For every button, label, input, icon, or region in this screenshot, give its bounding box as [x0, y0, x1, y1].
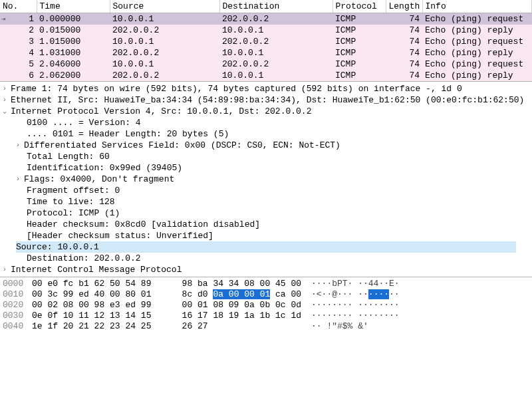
- hex-line[interactable]: 000000 e0 fc b1 62 50 54 89 98 ba 34 34 …: [3, 279, 529, 289]
- hex-ascii: ·· !"#$% &': [311, 321, 368, 332]
- chevron-right-icon: ›: [16, 140, 24, 151]
- hex-bytes: 16 17 18 19 1a 1b 1c 1d: [172, 311, 311, 321]
- ip-summary: Internet Protocol Version 4, Src: 10.0.0…: [11, 106, 311, 116]
- hex-bytes: 00 02 08 00 98 e3 ed 99: [32, 300, 172, 311]
- hex-bytes: 0e 0f 10 11 12 13 14 15: [32, 311, 172, 321]
- header-row: No. Time Source Destination Protocol Len…: [0, 0, 532, 13]
- hex-bytes: 00 01 08 09 0a 0b 0c 0d: [172, 300, 311, 311]
- hex-offset: 0030: [3, 311, 32, 321]
- ip-header-length[interactable]: .... 0101 = Header Length: 20 bytes (5): [0, 128, 532, 140]
- table-row[interactable]: 41.031000202.0.0.210.0.0.1ICMP74Echo (pi…: [0, 47, 532, 59]
- chevron-right-icon: ›: [3, 264, 11, 275]
- hex-offset: 0020: [3, 300, 32, 311]
- table-row[interactable]: 62.062000202.0.0.210.0.0.1ICMP74Echo (pi…: [0, 70, 532, 81]
- hex-line[interactable]: 002000 02 08 00 98 e3 ed 99 00 01 08 09 …: [3, 300, 529, 311]
- hex-ascii: ········ ········: [311, 311, 400, 321]
- hex-bytes: 00 3c 99 ed 40 00 80 01: [32, 289, 172, 300]
- table-row[interactable]: 52.04600010.0.0.1202.0.0.2ICMP74Echo (pi…: [0, 59, 532, 70]
- ip-identification[interactable]: Identification: 0x99ed (39405): [0, 162, 532, 174]
- col-no[interactable]: No.: [0, 0, 37, 13]
- hex-offset: 0010: [3, 289, 32, 300]
- col-protocol[interactable]: Protocol: [332, 0, 386, 13]
- packet-table[interactable]: No. Time Source Destination Protocol Len…: [0, 0, 532, 81]
- ip-dsf[interactable]: ›Differentiated Services Field: 0x00 (DS…: [0, 140, 532, 151]
- col-info[interactable]: Info: [422, 0, 532, 13]
- hex-bytes: 8c d0 0a 00 00 01 ca 00: [172, 289, 311, 300]
- chevron-right-icon: ›: [3, 83, 11, 94]
- ip-protocol[interactable]: Protocol: ICMP (1): [0, 207, 532, 219]
- tree-ipv4[interactable]: ⌄Internet Protocol Version 4, Src: 10.0.…: [0, 106, 532, 117]
- chevron-down-icon: ⌄: [3, 106, 11, 117]
- ip-flags[interactable]: ›Flags: 0x4000, Don't fragment: [0, 174, 532, 185]
- packet-list-pane: No. Time Source Destination Protocol Len…: [0, 0, 532, 82]
- ip-checksum-status[interactable]: [Header checksum status: Unverified]: [0, 230, 532, 241]
- table-row[interactable]: 31.01500010.0.0.1202.0.0.2ICMP74Echo (pi…: [0, 36, 532, 47]
- eth-summary: Ethernet II, Src: HuaweiTe_ba:34:34 (54:…: [11, 95, 524, 105]
- hex-ascii: ····bPT· ··44··E·: [311, 279, 400, 289]
- table-row[interactable]: 20.015000202.0.0.210.0.0.1ICMP74Echo (pi…: [0, 25, 532, 36]
- hex-bytes: 1e 1f 20 21 22 23 24 25: [32, 321, 172, 332]
- ip-version[interactable]: 0100 .... = Version: 4: [0, 117, 532, 128]
- table-row[interactable]: ⇥10.00000010.0.0.1202.0.0.2ICMP74Echo (p…: [0, 13, 532, 25]
- col-destination[interactable]: Destination: [219, 0, 332, 13]
- ip-ttl[interactable]: Time to live: 128: [0, 196, 532, 207]
- col-time[interactable]: Time: [37, 0, 110, 13]
- tree-icmp[interactable]: ›Internet Control Message Protocol: [0, 264, 532, 275]
- hex-offset: 0000: [3, 279, 32, 289]
- hex-ascii: ········ ········: [311, 300, 400, 311]
- hex-line[interactable]: 001000 3c 99 ed 40 00 80 01 8c d0 0a 00 …: [3, 289, 529, 300]
- packet-details-pane[interactable]: ›Frame 1: 74 bytes on wire (592 bits), 7…: [0, 82, 532, 277]
- col-source[interactable]: Source: [110, 0, 219, 13]
- chevron-right-icon: ›: [16, 174, 24, 185]
- chevron-right-icon: ›: [3, 94, 11, 106]
- hex-bytes: 98 ba 34 34 08 00 45 00: [172, 279, 311, 289]
- hex-ascii: ·<··@··· ········: [311, 289, 400, 300]
- hex-bytes: 00 e0 fc b1 62 50 54 89: [32, 279, 172, 289]
- tree-ethernet[interactable]: ›Ethernet II, Src: HuaweiTe_ba:34:34 (54…: [0, 94, 532, 106]
- current-frame-icon: ⇥: [1, 15, 6, 23]
- hex-line[interactable]: 00401e 1f 20 21 22 23 24 25 26 27·· !"#$…: [3, 321, 529, 332]
- ip-destination[interactable]: Destination: 202.0.0.2: [0, 253, 532, 264]
- hex-offset: 0040: [3, 321, 32, 332]
- ip-source[interactable]: Source: 10.0.0.1: [0, 241, 532, 253]
- icmp-summary: Internet Control Message Protocol: [11, 265, 182, 275]
- hex-bytes: 26 27: [172, 321, 311, 332]
- frame-summary: Frame 1: 74 bytes on wire (592 bits), 74…: [11, 84, 462, 94]
- packet-bytes-pane[interactable]: 000000 e0 fc b1 62 50 54 89 98 ba 34 34 …: [0, 277, 532, 333]
- ip-total-length[interactable]: Total Length: 60: [0, 151, 532, 162]
- tree-frame[interactable]: ›Frame 1: 74 bytes on wire (592 bits), 7…: [0, 83, 532, 94]
- ip-frag-offset[interactable]: Fragment offset: 0: [0, 185, 532, 196]
- hex-line[interactable]: 00300e 0f 10 11 12 13 14 15 16 17 18 19 …: [3, 311, 529, 321]
- col-length[interactable]: Length: [386, 0, 422, 13]
- ip-checksum[interactable]: Header checksum: 0x8cd0 [validation disa…: [0, 219, 532, 230]
